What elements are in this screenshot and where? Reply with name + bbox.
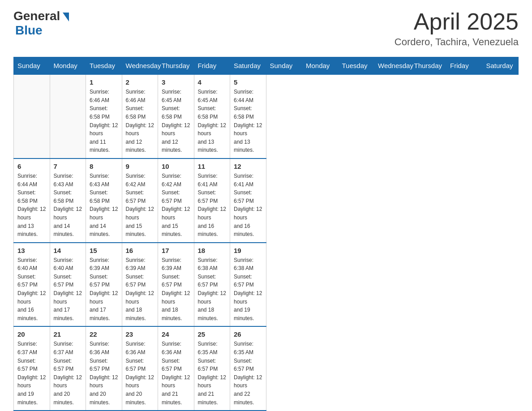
header-tuesday: Tuesday: [338, 57, 374, 75]
calendar-cell: 14Sunrise: 6:40 AMSunset: 6:57 PMDayligh…: [50, 243, 86, 327]
header-sunday: Sunday: [266, 57, 302, 75]
day-info: Sunrise: 6:46 AMSunset: 6:58 PMDaylight:…: [90, 88, 118, 154]
day-number: 24: [162, 330, 190, 338]
day-number: 25: [198, 330, 227, 338]
day-number: 23: [126, 330, 154, 338]
day-number: 4: [198, 78, 227, 86]
day-info: Sunrise: 6:46 AMSunset: 6:58 PMDaylight:…: [126, 88, 154, 154]
logo-blue-text: Blue: [15, 23, 43, 38]
day-info: Sunrise: 6:43 AMSunset: 6:58 PMDaylight:…: [54, 172, 82, 239]
header-friday: Friday: [194, 57, 230, 75]
calendar-cell: 25Sunrise: 6:35 AMSunset: 6:57 PMDayligh…: [194, 326, 230, 411]
day-number: 21: [54, 330, 82, 338]
day-number: 10: [162, 163, 190, 170]
calendar-cell: 3Sunrise: 6:45 AMSunset: 6:58 PMDaylight…: [158, 74, 194, 158]
calendar-cell: 11Sunrise: 6:41 AMSunset: 6:57 PMDayligh…: [194, 158, 230, 243]
day-info: Sunrise: 6:40 AMSunset: 6:57 PMDaylight:…: [17, 256, 46, 323]
calendar-cell: 17Sunrise: 6:39 AMSunset: 6:57 PMDayligh…: [158, 243, 194, 327]
header-thursday: Thursday: [410, 57, 446, 75]
day-number: 15: [90, 247, 118, 254]
calendar-cell: 10Sunrise: 6:42 AMSunset: 6:57 PMDayligh…: [158, 158, 194, 243]
logo-arrow-icon: [63, 13, 69, 21]
calendar-cell: 5Sunrise: 6:44 AMSunset: 6:58 PMDaylight…: [230, 74, 266, 158]
calendar-week-row: 20Sunrise: 6:37 AMSunset: 6:57 PMDayligh…: [14, 326, 519, 411]
month-title: April 2025: [395, 9, 519, 34]
header-saturday: Saturday: [230, 57, 266, 75]
day-info: Sunrise: 6:43 AMSunset: 6:58 PMDaylight:…: [90, 172, 118, 239]
day-number: 22: [90, 330, 118, 338]
day-info: Sunrise: 6:39 AMSunset: 6:57 PMDaylight:…: [90, 256, 118, 323]
day-number: 6: [17, 163, 46, 170]
header-sunday: Sunday: [14, 57, 50, 75]
day-info: Sunrise: 6:39 AMSunset: 6:57 PMDaylight:…: [162, 256, 190, 323]
header-saturday: Saturday: [482, 57, 519, 75]
day-info: Sunrise: 6:39 AMSunset: 6:57 PMDaylight:…: [126, 256, 154, 323]
calendar-cell: 24Sunrise: 6:36 AMSunset: 6:57 PMDayligh…: [158, 326, 194, 411]
day-info: Sunrise: 6:36 AMSunset: 6:57 PMDaylight:…: [126, 340, 154, 407]
calendar-cell: 18Sunrise: 6:38 AMSunset: 6:57 PMDayligh…: [194, 243, 230, 327]
calendar-cell: [50, 74, 86, 158]
day-info: Sunrise: 6:44 AMSunset: 6:58 PMDaylight:…: [234, 88, 262, 154]
day-number: 1: [90, 78, 118, 86]
calendar-cell: 20Sunrise: 6:37 AMSunset: 6:57 PMDayligh…: [14, 326, 50, 411]
calendar-week-row: 1Sunrise: 6:46 AMSunset: 6:58 PMDaylight…: [14, 74, 519, 158]
calendar-week-row: 6Sunrise: 6:44 AMSunset: 6:58 PMDaylight…: [14, 158, 519, 243]
calendar-cell: 9Sunrise: 6:42 AMSunset: 6:57 PMDaylight…: [122, 158, 158, 243]
day-number: 16: [126, 247, 154, 254]
day-info: Sunrise: 6:37 AMSunset: 6:57 PMDaylight:…: [17, 340, 46, 407]
day-number: 13: [17, 247, 46, 254]
day-info: Sunrise: 6:35 AMSunset: 6:57 PMDaylight:…: [198, 340, 227, 407]
header-friday: Friday: [446, 57, 483, 75]
calendar-cell: 13Sunrise: 6:40 AMSunset: 6:57 PMDayligh…: [14, 243, 50, 327]
calendar-cell: 22Sunrise: 6:36 AMSunset: 6:57 PMDayligh…: [86, 326, 122, 411]
title-area: April 2025 Cordero, Tachira, Venezuela: [395, 9, 519, 48]
calendar-cell: 21Sunrise: 6:37 AMSunset: 6:57 PMDayligh…: [50, 326, 86, 411]
calendar-cell: 7Sunrise: 6:43 AMSunset: 6:58 PMDaylight…: [50, 158, 86, 243]
day-number: 14: [54, 247, 82, 254]
day-number: 7: [54, 163, 82, 170]
header-wednesday: Wednesday: [122, 57, 158, 75]
day-info: Sunrise: 6:42 AMSunset: 6:57 PMDaylight:…: [162, 172, 190, 239]
calendar-header-row: SundayMondayTuesdayWednesdayThursdayFrid…: [14, 57, 519, 75]
day-info: Sunrise: 6:45 AMSunset: 6:58 PMDaylight:…: [198, 88, 227, 154]
day-number: 19: [234, 247, 262, 254]
day-number: 9: [126, 163, 154, 170]
calendar-cell: 8Sunrise: 6:43 AMSunset: 6:58 PMDaylight…: [86, 158, 122, 243]
logo: General Blue: [13, 9, 69, 38]
calendar-cell: 26Sunrise: 6:35 AMSunset: 6:57 PMDayligh…: [230, 326, 266, 411]
day-number: 11: [198, 163, 227, 170]
calendar-cell: 4Sunrise: 6:45 AMSunset: 6:58 PMDaylight…: [194, 74, 230, 158]
header-wednesday: Wednesday: [374, 57, 411, 75]
day-number: 12: [234, 163, 262, 170]
day-number: 17: [162, 247, 190, 254]
header-monday: Monday: [302, 57, 339, 75]
calendar-cell: 23Sunrise: 6:36 AMSunset: 6:57 PMDayligh…: [122, 326, 158, 411]
day-number: 20: [17, 330, 46, 338]
day-info: Sunrise: 6:41 AMSunset: 6:57 PMDaylight:…: [198, 172, 227, 239]
day-number: 2: [126, 78, 154, 86]
day-info: Sunrise: 6:40 AMSunset: 6:57 PMDaylight:…: [54, 256, 82, 323]
calendar-cell: 15Sunrise: 6:39 AMSunset: 6:57 PMDayligh…: [86, 243, 122, 327]
page-header: General Blue April 2025 Cordero, Tachira…: [13, 9, 519, 48]
day-info: Sunrise: 6:36 AMSunset: 6:57 PMDaylight:…: [162, 340, 190, 407]
calendar-cell: 1Sunrise: 6:46 AMSunset: 6:58 PMDaylight…: [86, 74, 122, 158]
calendar-cell: [14, 74, 50, 158]
day-info: Sunrise: 6:41 AMSunset: 6:57 PMDaylight:…: [234, 172, 262, 239]
day-number: 5: [234, 78, 262, 86]
logo-general-text: General: [13, 9, 60, 23]
calendar-week-row: 13Sunrise: 6:40 AMSunset: 6:57 PMDayligh…: [14, 243, 519, 327]
calendar-table: SundayMondayTuesdayWednesdayThursdayFrid…: [13, 57, 519, 411]
location-title: Cordero, Tachira, Venezuela: [395, 36, 519, 48]
header-monday: Monday: [50, 57, 86, 75]
day-info: Sunrise: 6:44 AMSunset: 6:58 PMDaylight:…: [17, 172, 46, 239]
day-info: Sunrise: 6:35 AMSunset: 6:57 PMDaylight:…: [234, 340, 262, 407]
calendar-cell: 12Sunrise: 6:41 AMSunset: 6:57 PMDayligh…: [230, 158, 266, 243]
day-info: Sunrise: 6:38 AMSunset: 6:57 PMDaylight:…: [198, 256, 227, 323]
calendar-cell: 2Sunrise: 6:46 AMSunset: 6:58 PMDaylight…: [122, 74, 158, 158]
day-number: 18: [198, 247, 227, 254]
day-number: 3: [162, 78, 190, 86]
calendar-cell: 6Sunrise: 6:44 AMSunset: 6:58 PMDaylight…: [14, 158, 50, 243]
day-info: Sunrise: 6:42 AMSunset: 6:57 PMDaylight:…: [126, 172, 154, 239]
header-tuesday: Tuesday: [86, 57, 122, 75]
day-number: 8: [90, 163, 118, 170]
